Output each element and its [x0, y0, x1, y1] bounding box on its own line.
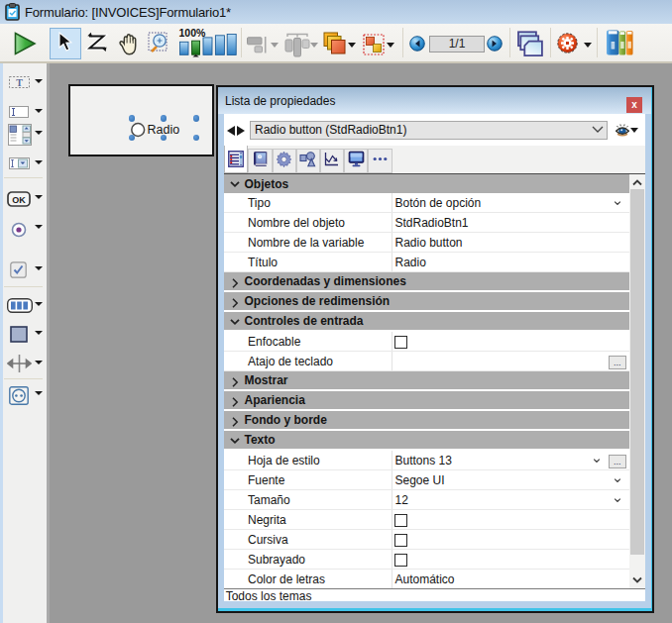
svg-text:T: T: [16, 76, 23, 87]
svg-text:OK: OK: [12, 195, 26, 205]
